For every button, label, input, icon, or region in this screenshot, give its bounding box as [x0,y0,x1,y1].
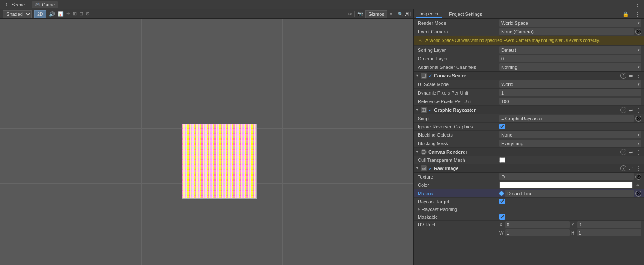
additional-shader-label: Additional Shader Channels [416,65,499,70]
uv-h-input[interactable] [577,229,641,236]
script-target-btn[interactable]: ⊙ [635,116,641,122]
2d-btn[interactable]: 2D [34,10,46,18]
canvas-scaler-settings-btn[interactable]: ⇌ [628,73,634,79]
material-dropdown[interactable]: Default-Line [505,190,634,197]
uv-w-input[interactable] [505,229,570,236]
texture-target-btn[interactable]: ⊙ [635,174,641,180]
search-icon: 🔍 [398,12,403,16]
blocking-objects-row: Blocking Objects None ▾ [414,131,644,139]
event-camera-dropdown[interactable]: None (Camera) [499,28,634,35]
uv-wh-row: W H [414,229,644,237]
graphic-raycaster-section[interactable]: ▼ ✓ Graphic Raycaster ? ⇌ ⋮ [414,106,644,114]
ui-scale-mode-row: UI Scale Mode World ▾ [414,80,644,89]
game-view: Shaded 2D 🔊 📊 ✛ ⊞ ⊟ ⚙ ✂ 📷 Gizmos ▾ 🔍 All [0,9,413,265]
cull-transparent-label: Cull Transparent Mesh [416,158,499,163]
dynamic-pixels-value [499,89,641,96]
blocking-mask-value: Everything ▾ [499,140,641,147]
ignore-reversed-checkbox[interactable] [499,124,505,129]
stats-icon: 📊 [58,11,64,17]
canvas-renderer-menu-btn[interactable]: ⋮ [635,149,642,155]
canvas-renderer-section[interactable]: ▼ Canvas Renderer ? ⇌ ⋮ [414,148,644,156]
all-label: All [405,12,411,17]
graphic-raycaster-settings-btn[interactable]: ⇌ [628,107,634,113]
dynamic-pixels-row: Dynamic Pixels Per Unit [414,89,644,97]
tab-scene[interactable]: ⬡ Scene [3,1,28,8]
grid-icon: ⊞ [73,11,77,17]
graphic-raycaster-collapse: ▼ [415,108,419,112]
tab-game[interactable]: 🎮 Game [32,1,58,8]
uv-w-label: W [499,231,505,235]
sorting-layer-dropdown[interactable]: Default ▾ [499,46,641,54]
order-in-layer-input[interactable] [499,55,641,62]
order-in-layer-value [499,55,641,62]
ui-scale-mode-value: World ▾ [499,80,641,88]
ignore-reversed-row: Ignore Reversed Graphics [414,123,644,131]
inspector-lock-btn[interactable]: 🔒 [621,11,630,17]
raycast-target-checkbox[interactable] [499,199,505,204]
uv-x-input[interactable] [505,221,570,228]
graphic-raycaster-info-btn[interactable]: ? [620,107,626,113]
color-value: ✏ [499,182,641,188]
gizmos-btn[interactable]: Gizmos [365,10,387,18]
blocking-mask-dropdown[interactable]: Everything ▾ [499,140,641,147]
blocking-objects-dropdown[interactable]: None ▾ [499,131,641,138]
color-row: Color ✏ [414,181,644,189]
graphic-raycaster-menu-btn[interactable]: ⋮ [635,107,642,113]
canvas-renderer-settings-btn[interactable]: ⇌ [628,149,634,155]
tab-inspector[interactable]: Inspector [416,10,442,18]
raw-image-settings-btn[interactable]: ⇌ [628,166,634,171]
uv-y-input[interactable] [577,221,641,228]
inspector-menu-btn[interactable]: ⋮ [634,11,641,17]
texture-label: Texture [416,174,499,179]
inspector-body: Render Mode World Space ▾ Event Camera N… [414,19,644,265]
blocking-objects-label: Blocking Objects [416,132,499,137]
material-bullet [499,191,504,196]
ui-scale-mode-dropdown[interactable]: World ▾ [499,80,641,88]
material-row: Material Default-Line ⊙ [414,189,644,198]
order-in-layer-row: Order in Layer [414,54,644,63]
raw-image-info-btn[interactable]: ? [620,165,626,171]
svg-point-3 [422,150,425,154]
maskable-value [499,214,641,220]
render-mode-arrow: ▾ [638,21,640,25]
canvas-scaler-icon [421,73,427,79]
color-edit-btn[interactable]: ✏ [635,182,641,188]
sorting-layer-arrow: ▾ [638,48,640,52]
event-camera-target-btn[interactable]: ⊙ [635,29,641,35]
material-target-btn[interactable]: ⊙ [635,191,641,197]
tab-project-settings[interactable]: Project Settings [446,11,485,18]
canvas-scaler-info-btn[interactable]: ? [620,73,626,79]
raw-image-section[interactable]: ▼ ✓ Raw Image ? ⇌ ⋮ [414,164,644,173]
reference-pixels-input[interactable] [499,98,641,105]
raw-image-menu-btn[interactable]: ⋮ [635,165,642,171]
script-dropdown[interactable]: ≡ GraphicRaycaster [499,115,634,122]
maskable-checkbox[interactable] [499,214,505,220]
cull-transparent-checkbox[interactable] [499,157,505,163]
additional-shader-dropdown[interactable]: Nothing ▾ [499,63,641,71]
move-icon: ✛ [66,11,70,17]
raw-image-title: Raw Image [434,166,619,171]
raycast-padding-expand-arrow: ▶ [418,207,420,211]
render-mode-row: Render Mode World Space ▾ [414,19,644,27]
uv-rect-label: UV Rect [416,222,499,227]
display-select[interactable]: Shaded [3,10,32,18]
uv-x-label: X [499,223,505,227]
graphic-raycaster-icon [421,107,427,113]
tab-game-label: Game [42,2,55,7]
render-mode-dropdown[interactable]: World Space ▾ [499,19,641,27]
texture-dropdown[interactable]: ⊙ [499,173,634,180]
canvas-scaler-menu-btn[interactable]: ⋮ [635,73,642,79]
reference-pixels-row: Reference Pixels Per Unit [414,97,644,106]
material-link[interactable]: Material [418,191,434,196]
color-swatch[interactable] [499,182,633,188]
canvas-scaler-section[interactable]: ▼ ✓ Canvas Scaler ? ⇌ ⋮ [414,71,644,80]
dropdown-arrow-gizmos: ▾ [390,12,392,16]
top-bar-menu-btn[interactable]: ⋮ [634,2,641,8]
canvas-renderer-info-btn[interactable]: ? [620,149,626,155]
main-layout: Shaded 2D 🔊 📊 ✛ ⊞ ⊟ ⚙ ✂ 📷 Gizmos ▾ 🔍 All [0,9,644,265]
dynamic-pixels-input[interactable] [499,89,641,96]
raycast-padding-text: Raycast Padding [422,207,457,212]
blocking-objects-arrow: ▾ [638,133,640,137]
render-mode-value: World Space ▾ [499,19,641,27]
canvas-object[interactable] [182,124,257,199]
